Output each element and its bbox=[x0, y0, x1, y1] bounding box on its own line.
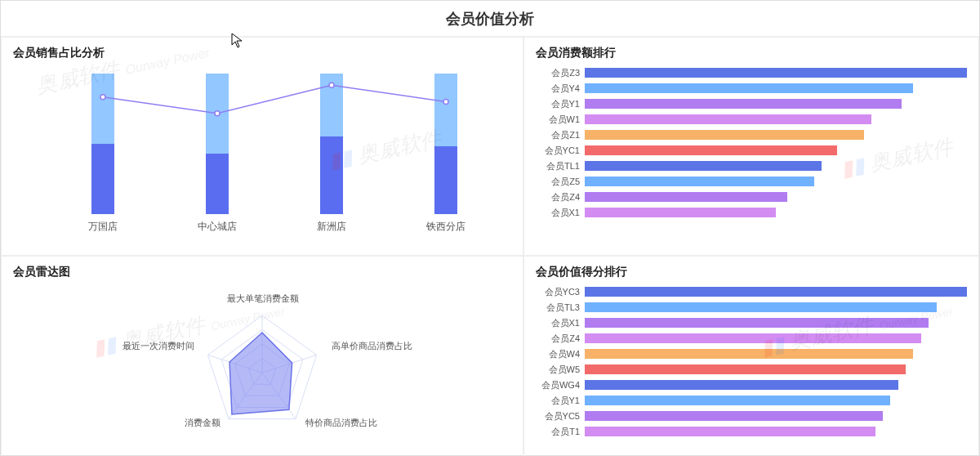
rank-row[interactable]: 会员W4 bbox=[536, 346, 967, 361]
rank-bar bbox=[585, 411, 883, 421]
svg-point-1 bbox=[215, 111, 220, 116]
radar-axis-label: 消费金额 bbox=[185, 417, 220, 429]
rank-label: 会员YC5 bbox=[536, 410, 585, 422]
rank-row[interactable]: 会员Z5 bbox=[536, 174, 967, 189]
rank-row[interactable]: 会员TL3 bbox=[536, 300, 967, 315]
rank-row[interactable]: 会员W5 bbox=[536, 362, 967, 377]
rank-bar bbox=[585, 99, 902, 109]
rank-row[interactable]: 会员Z3 bbox=[536, 65, 967, 80]
rank-bar bbox=[585, 287, 967, 297]
rank-row[interactable]: 会员Z4 bbox=[536, 331, 967, 346]
panel-sales-ratio: 会员销售占比分析 万国店中心城店新洲店铁西分店 奥威软件 Ourway Powe… bbox=[1, 37, 523, 256]
rank-label: 会员W4 bbox=[536, 348, 585, 360]
rank-bar bbox=[585, 364, 906, 374]
rank-row[interactable]: 会员X1 bbox=[536, 205, 967, 220]
rank-label: 会员Y1 bbox=[536, 395, 585, 407]
xlabel: 新洲店 bbox=[317, 220, 346, 234]
chart-sales-ratio[interactable]: 万国店中心城店新洲店铁西分店 bbox=[13, 65, 511, 237]
rank-row[interactable]: 会员T1 bbox=[536, 424, 967, 439]
rank-label: 会员T1 bbox=[536, 426, 585, 438]
rank-label: 会员W1 bbox=[536, 114, 585, 126]
page-title: 会员价值分析 bbox=[446, 9, 534, 29]
rank-row[interactable]: 会员Z1 bbox=[536, 127, 967, 142]
rank-row[interactable]: 会员WG4 bbox=[536, 378, 967, 392]
rank-bar bbox=[585, 177, 814, 186]
radar-axis-label: 特价商品消费占比 bbox=[305, 417, 377, 429]
rank-bar bbox=[585, 83, 913, 93]
svg-point-2 bbox=[329, 83, 334, 87]
rank-bar bbox=[585, 380, 898, 390]
rank-bar bbox=[585, 130, 864, 140]
rank-bar bbox=[585, 396, 890, 405]
rank-row[interactable]: 会员Z4 bbox=[536, 190, 967, 204]
rank-bar bbox=[585, 145, 837, 155]
rank-row[interactable]: 会员Y1 bbox=[536, 393, 967, 408]
rank-label: 会员Z4 bbox=[536, 333, 585, 345]
svg-point-3 bbox=[443, 99, 448, 104]
rank-label: 会员TL1 bbox=[536, 160, 585, 172]
rank-label: 会员YC1 bbox=[536, 145, 585, 157]
rank-row[interactable]: 会员Y4 bbox=[536, 81, 967, 96]
rank-bar bbox=[585, 192, 787, 202]
panel-spend-rank: 会员消费额排行 会员Z3会员Y4会员Y1会员W1会员Z1会员YC1会员TL1会员… bbox=[523, 37, 979, 256]
svg-point-0 bbox=[100, 95, 105, 100]
rank-label: 会员Z4 bbox=[536, 191, 585, 203]
rank-row[interactable]: 会员YC5 bbox=[536, 409, 967, 423]
rank-bar bbox=[585, 208, 776, 217]
chart-radar[interactable]: 最大单笔消费金额高单价商品消费占比特价商品消费占比消费金额最近一次消费时间 bbox=[13, 284, 511, 448]
rank-label: 会员TL3 bbox=[536, 302, 585, 314]
panel-title-spend-rank: 会员消费额排行 bbox=[536, 46, 967, 60]
rank-bar bbox=[585, 427, 875, 436]
rank-label: 会员Z5 bbox=[536, 176, 585, 188]
rank-label: 会员X1 bbox=[536, 207, 585, 219]
rank-bar bbox=[585, 68, 967, 78]
rank-label: 会员W5 bbox=[536, 364, 585, 376]
rank-bar bbox=[585, 318, 929, 328]
rank-label: 会员Y1 bbox=[536, 98, 585, 110]
radar-axis-label: 最大单笔消费金额 bbox=[227, 293, 299, 305]
radar-axis-label: 高单价商品消费占比 bbox=[332, 340, 412, 352]
panel-title-value-rank: 会员价值得分排行 bbox=[536, 265, 967, 279]
rank-label: 会员X1 bbox=[536, 317, 585, 329]
rank-label: 会员Z1 bbox=[536, 129, 585, 141]
xlabel: 中心城店 bbox=[198, 220, 237, 234]
rank-bar bbox=[585, 349, 913, 359]
rank-bar bbox=[585, 114, 871, 124]
panel-value-rank: 会员价值得分排行 会员YC3会员TL3会员X1会员Z4会员W4会员W5会员WG4… bbox=[523, 256, 979, 456]
rank-row[interactable]: 会员YC3 bbox=[536, 284, 967, 299]
rank-bar bbox=[585, 161, 822, 171]
xlabel: 万国店 bbox=[88, 220, 118, 234]
rank-row[interactable]: 会员TL1 bbox=[536, 159, 967, 173]
rank-row[interactable]: 会员Y1 bbox=[536, 96, 967, 111]
rank-row[interactable]: 会员YC1 bbox=[536, 143, 967, 158]
dashboard: 会员价值分析 会员销售占比分析 万国店中心城店新洲店铁西分店 奥威软件 Ourw… bbox=[0, 0, 980, 456]
rank-row[interactable]: 会员W1 bbox=[536, 112, 967, 127]
rank-label: 会员WG4 bbox=[536, 379, 585, 391]
chart-value-rank[interactable]: 会员YC3会员TL3会员X1会员Z4会员W4会员W5会员WG4会员Y1会员YC5… bbox=[536, 284, 967, 439]
rank-label: 会员Z3 bbox=[536, 67, 585, 79]
rank-bar bbox=[585, 333, 921, 343]
panel-title-sales-ratio: 会员销售占比分析 bbox=[13, 46, 511, 60]
rank-bar bbox=[585, 302, 937, 312]
chart-spend-rank[interactable]: 会员Z3会员Y4会员Y1会员W1会员Z1会员YC1会员TL1会员Z5会员Z4会员… bbox=[536, 65, 967, 220]
rank-label: 会员YC3 bbox=[536, 286, 585, 298]
xlabel: 铁西分店 bbox=[426, 220, 466, 234]
panel-title-radar: 会员雷达图 bbox=[13, 265, 511, 279]
panel-radar: 会员雷达图 最大单笔消费金额高单价商品消费占比特价商品消费占比消费金额最近一次消… bbox=[1, 256, 523, 456]
rank-label: 会员Y4 bbox=[536, 83, 585, 95]
rank-row[interactable]: 会员X1 bbox=[536, 315, 967, 330]
radar-axis-label: 最近一次消费时间 bbox=[122, 340, 194, 352]
page-title-bar: 会员价值分析 bbox=[1, 1, 979, 37]
panel-grid: 会员销售占比分析 万国店中心城店新洲店铁西分店 奥威软件 Ourway Powe… bbox=[1, 37, 979, 456]
